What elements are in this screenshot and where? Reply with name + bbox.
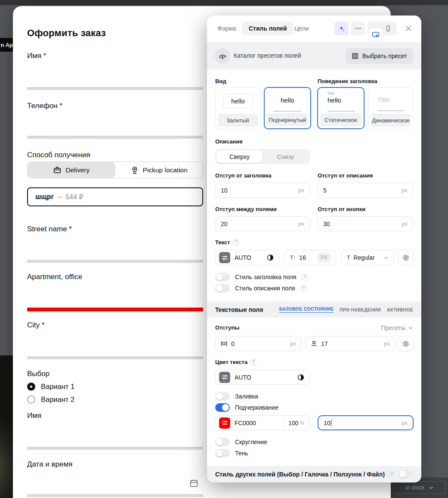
name-field-underline[interactable] <box>27 87 203 90</box>
dynamic-title-preview: Title <box>377 96 389 103</box>
title-style-toggle[interactable] <box>215 273 230 281</box>
px-badge[interactable]: PX <box>318 253 331 262</box>
filled-preview: hello <box>223 94 253 108</box>
text-fields-title: Текстовые поля <box>215 306 263 313</box>
field-text-color-picker[interactable]: AUTO <box>215 370 310 385</box>
fill-toggle[interactable] <box>215 392 230 401</box>
backdrop-clipped-banner: n Ap <box>0 38 13 52</box>
radio-option-1[interactable]: Вариант 1 <box>27 382 74 391</box>
mobile-view-button[interactable] <box>382 22 395 34</box>
help-icon[interactable]: ? <box>388 471 395 478</box>
font-weight-select[interactable]: T Regular <box>341 250 394 265</box>
product-select[interactable]: шщрг – 544 ₽ <box>27 187 203 206</box>
px-unit: px <box>384 340 390 347</box>
margin-title-input[interactable]: 10 px <box>215 183 310 198</box>
font-size-input[interactable]: T↕ 16 PX <box>284 250 336 265</box>
underline-color-hex: FC0000 <box>235 420 256 426</box>
underline-thickness-value: 10 <box>324 420 331 426</box>
desktop-view-button[interactable] <box>368 28 383 40</box>
spacing-settings-gear-button[interactable] <box>398 336 414 352</box>
more-options-button[interactable] <box>351 22 365 35</box>
tab-delivery[interactable]: Delivery <box>28 162 115 178</box>
static-option-label: Статическое <box>320 113 361 126</box>
shadow-toggle-row: Тень <box>215 448 248 458</box>
filled-option-label: Залитый <box>218 114 258 127</box>
tab-goals[interactable]: Цели <box>294 22 309 35</box>
description-style-toggle-row: Стиль описания поля ? <box>215 283 307 293</box>
vertical-padding-value: 17 <box>321 340 328 347</box>
datetime-field-label: Дата и время <box>27 460 72 469</box>
help-icon[interactable]: ? <box>302 274 308 280</box>
underline-color-picker[interactable]: FC0000 100 % <box>215 415 310 430</box>
radio-option-2-label: Вариант 2 <box>41 395 74 404</box>
city-field-underline[interactable] <box>27 356 203 359</box>
contrast-icon[interactable] <box>297 374 304 381</box>
radio-selected-icon[interactable] <box>27 383 35 391</box>
view-section-label: Вид <box>215 78 226 84</box>
contrast-icon[interactable] <box>267 254 274 261</box>
phone-field-underline[interactable] <box>27 136 203 139</box>
description-style-toggle[interactable] <box>215 284 230 293</box>
datetime-field-underline[interactable] <box>27 494 203 497</box>
behavior-option-dynamic[interactable]: Title Динамическое <box>368 87 413 129</box>
vertical-padding-input[interactable]: 17 px <box>305 336 395 351</box>
text-fields-section-band: Текстовые поля БАЗОВОЕ СОСТОЯНИЕ ПРИ НАВ… <box>207 302 421 317</box>
radio-option-1-label: Вариант 1 <box>41 383 74 391</box>
text-settings-gear-button[interactable] <box>398 250 414 265</box>
device-toggle-group <box>368 22 397 35</box>
px-unit: px <box>402 420 408 426</box>
radio-unselected-icon[interactable] <box>27 395 35 404</box>
margin-fields-input[interactable]: 20 px <box>215 216 310 231</box>
description-top-tab[interactable]: Сверху <box>216 150 263 163</box>
color-swatch-icon[interactable] <box>219 372 230 383</box>
state-tab-base[interactable]: БАЗОВОЕ СОСТОЯНИЕ <box>279 306 334 313</box>
calendar-icon[interactable] <box>189 479 198 488</box>
help-icon[interactable]: ? <box>250 359 256 365</box>
dynamic-preview-line <box>377 110 404 111</box>
horizontal-padding-input[interactable]: 0 px <box>215 336 302 351</box>
text-color-picker[interactable]: AUTO <box>215 250 279 265</box>
street-field-underline[interactable] <box>27 260 203 263</box>
desktop-icon <box>372 31 380 38</box>
radio-option-2[interactable]: Вариант 2 <box>27 395 74 404</box>
shadow-toggle-label: Тень <box>235 450 248 457</box>
help-icon[interactable]: ? <box>232 239 239 246</box>
margin-button-input[interactable]: 30 px <box>318 216 413 231</box>
ai-assistant-button[interactable] <box>334 22 349 35</box>
tab-pickup-location[interactable]: Pickup location <box>115 162 203 178</box>
choose-preset-button[interactable]: Выбрать пресет <box>346 48 413 64</box>
fill-toggle-label: Заливка <box>235 393 258 400</box>
underline-toggle-row: Подчеркивание <box>215 403 278 412</box>
choose-preset-label: Выбрать пресет <box>362 53 407 59</box>
underline-thickness-input[interactable]: 10 px <box>318 415 414 430</box>
tab-form[interactable]: Форма <box>217 22 236 35</box>
tab-field-style[interactable]: Стиль полей <box>242 22 294 35</box>
color-swatch-icon[interactable] <box>219 252 230 263</box>
field-style-panel: Форма Стиль полей Цели c|> Каталог пресе… <box>207 16 421 482</box>
state-tab-active[interactable]: АКТИВНОЕ <box>387 307 413 312</box>
title-behavior-label: Поведение заголовка <box>318 78 377 84</box>
phone-field-label: Телефон * <box>27 102 62 110</box>
red-color-swatch-icon[interactable] <box>219 417 230 429</box>
close-panel-button[interactable] <box>404 24 413 34</box>
stock-dropdown[interactable]: In stock <box>393 481 446 494</box>
apartment-field-label: Apartment, office <box>27 273 82 281</box>
view-option-filled[interactable]: hello Залитый <box>215 87 260 129</box>
shadow-toggle[interactable] <box>215 449 230 458</box>
help-icon[interactable]: ? <box>300 285 307 292</box>
view-option-underlined[interactable]: hello Подчеркнутый <box>264 87 311 129</box>
font-weight-value: Regular <box>353 254 374 261</box>
state-tab-hover[interactable]: ПРИ НАВЕДЕНИИ <box>340 307 381 312</box>
other-fields-toggle[interactable] <box>399 470 413 479</box>
description-bottom-tab[interactable]: Снизу <box>263 150 309 163</box>
px-unit: px <box>402 187 408 193</box>
name2-field-underline[interactable] <box>27 447 203 450</box>
underline-toggle[interactable] <box>215 403 230 412</box>
field-preset-icon: c|> <box>215 48 230 64</box>
apartment-field-underline-red[interactable] <box>27 308 203 311</box>
behavior-option-static[interactable]: Title hello Статическое <box>317 87 365 129</box>
rounding-toggle[interactable] <box>215 438 230 446</box>
underlined-option-label: Подчеркнутый <box>267 113 308 126</box>
margin-description-input[interactable]: 5 px <box>318 183 413 198</box>
presets-dropdown[interactable]: Пресеты <box>381 324 413 331</box>
